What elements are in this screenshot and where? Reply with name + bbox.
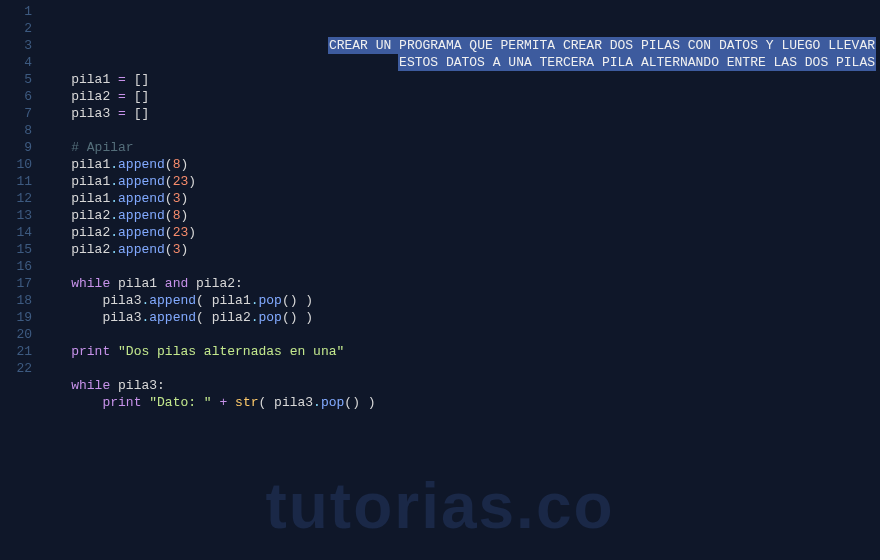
line-number: 16 xyxy=(0,258,32,275)
line-number: 22 xyxy=(0,360,32,377)
code-line[interactable]: pila1.append(8) xyxy=(40,156,880,173)
line-number: 9 xyxy=(0,139,32,156)
code-line[interactable]: ESTOS DATOS A UNA TERCERA PILA ALTERNAND… xyxy=(40,54,880,71)
code-line[interactable]: pila1.append(3) xyxy=(40,190,880,207)
watermark-logo: tutorias.co xyxy=(265,498,614,515)
line-number: 6 xyxy=(0,88,32,105)
line-number: 2 xyxy=(0,20,32,37)
code-line[interactable]: pila3.append( pila2.pop() ) xyxy=(40,309,880,326)
code-line[interactable]: pila2 = [] xyxy=(40,88,880,105)
code-line[interactable]: pila2.append(8) xyxy=(40,207,880,224)
code-line[interactable]: pila3.append( pila1.pop() ) xyxy=(40,292,880,309)
highlighted-comment: ESTOS DATOS A UNA TERCERA PILA ALTERNAND… xyxy=(398,54,876,71)
line-number: 5 xyxy=(0,71,32,88)
line-number: 7 xyxy=(0,105,32,122)
line-number: 8 xyxy=(0,122,32,139)
code-line[interactable]: while pila3: xyxy=(40,377,880,394)
code-editor[interactable]: 12345678910111213141516171819202122 CREA… xyxy=(0,0,880,411)
code-line[interactable]: print "Dos pilas alternadas en una" xyxy=(40,343,880,360)
line-number: 11 xyxy=(0,173,32,190)
line-number: 17 xyxy=(0,275,32,292)
line-number: 19 xyxy=(0,309,32,326)
line-number: 15 xyxy=(0,241,32,258)
code-line[interactable]: pila3 = [] xyxy=(40,105,880,122)
line-number: 10 xyxy=(0,156,32,173)
code-line[interactable]: pila2.append(23) xyxy=(40,224,880,241)
code-line[interactable]: pila1 = [] xyxy=(40,71,880,88)
line-number: 13 xyxy=(0,207,32,224)
code-line[interactable] xyxy=(40,360,880,377)
code-line[interactable]: # Apilar xyxy=(40,139,880,156)
line-number: 4 xyxy=(0,54,32,71)
line-number: 14 xyxy=(0,224,32,241)
highlighted-comment: CREAR UN PROGRAMA QUE PERMITA CREAR DOS … xyxy=(328,37,876,54)
line-number: 12 xyxy=(0,190,32,207)
line-number: 1 xyxy=(0,3,32,20)
code-content[interactable]: CREAR UN PROGRAMA QUE PERMITA CREAR DOS … xyxy=(40,0,880,411)
code-line[interactable] xyxy=(40,326,880,343)
code-line[interactable]: pila2.append(3) xyxy=(40,241,880,258)
line-number: 3 xyxy=(0,37,32,54)
code-line[interactable]: CREAR UN PROGRAMA QUE PERMITA CREAR DOS … xyxy=(40,37,880,54)
line-number: 18 xyxy=(0,292,32,309)
code-line[interactable]: pila1.append(23) xyxy=(40,173,880,190)
code-line[interactable]: print "Dato: " + str( pila3.pop() ) xyxy=(40,394,880,411)
code-line[interactable]: while pila1 and pila2: xyxy=(40,275,880,292)
line-number-gutter: 12345678910111213141516171819202122 xyxy=(0,0,40,411)
line-number: 21 xyxy=(0,343,32,360)
line-number: 20 xyxy=(0,326,32,343)
code-line[interactable] xyxy=(40,258,880,275)
code-line[interactable] xyxy=(40,122,880,139)
